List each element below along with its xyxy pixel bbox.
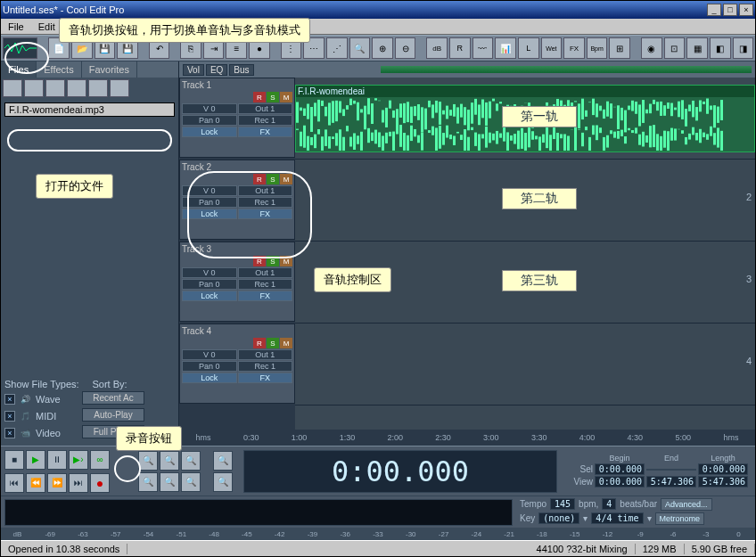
fx3-button[interactable]: ⋰	[326, 37, 348, 59]
m-button[interactable]: M	[280, 92, 292, 102]
waveform-toggle-button[interactable]	[3, 37, 37, 59]
zoom-sel[interactable]: 🔍	[138, 472, 158, 492]
chk-wave[interactable]: ×	[4, 394, 15, 405]
sel-end[interactable]	[646, 469, 696, 471]
minimize-button[interactable]: _	[707, 4, 721, 16]
r-button[interactable]: R	[253, 92, 266, 102]
lock-cell[interactable]: Lock	[182, 209, 237, 219]
vol-button[interactable]: 📊	[495, 37, 516, 59]
end-button[interactable]: ⏭	[69, 473, 88, 493]
out-cell[interactable]: Out 1	[238, 103, 293, 114]
autoplay-button[interactable]: Auto-Play	[82, 408, 144, 422]
opt3-button[interactable]: ▦	[686, 37, 708, 59]
rec-cell[interactable]: Rec 1	[238, 115, 293, 126]
vol-tab[interactable]: Vol	[183, 64, 204, 76]
fx-cell[interactable]: FX	[238, 373, 293, 383]
fx-cell[interactable]: FX	[238, 291, 293, 301]
lock-cell[interactable]: Lock	[182, 291, 237, 301]
view-end[interactable]: 5:47.306	[646, 476, 696, 487]
grid-button[interactable]: ⊞	[609, 37, 630, 59]
play-button[interactable]: ▶	[26, 450, 45, 470]
track-lane-1[interactable]: 1F.I.R-womendeai第一轨	[295, 78, 755, 160]
vol-cell[interactable]: V 0	[182, 185, 237, 196]
loop-button[interactable]: ∞	[90, 450, 110, 470]
chk-midi[interactable]: ×	[4, 411, 15, 422]
tab-effects[interactable]: Effects	[37, 61, 81, 78]
bus-tab[interactable]: Bus	[229, 64, 253, 76]
tab-favorites[interactable]: Favorites	[82, 61, 137, 78]
file-open-button[interactable]	[3, 79, 22, 97]
play-sel-button[interactable]: ▶›	[69, 450, 88, 470]
pan-cell[interactable]: Pan 0	[182, 279, 237, 290]
titlebar[interactable]: Untitled.ses* - Cool Edit Pro _ □ ×	[1, 1, 755, 19]
opt5-button[interactable]: ◨	[733, 37, 754, 59]
file-list[interactable]: F.I.R-womendeai.mp3	[1, 99, 178, 375]
wet-button[interactable]: Wet	[541, 37, 563, 59]
file-insert-button[interactable]	[45, 79, 65, 97]
time-ruler[interactable]: hms0:301:001:302:002:303:003:304:004:305…	[179, 430, 755, 446]
lock-cell[interactable]: Lock	[182, 127, 237, 137]
rec-cell[interactable]: Rec 1	[238, 361, 293, 372]
eq-tab[interactable]: EQ	[206, 64, 227, 76]
fx-button[interactable]: FX	[563, 37, 585, 59]
file-opt2-button[interactable]	[110, 79, 129, 97]
zoom-fit[interactable]: 🔍	[181, 451, 201, 471]
r-button[interactable]: R	[253, 256, 266, 266]
opt1-button[interactable]: ◉	[641, 37, 662, 59]
file-opt1-button[interactable]	[88, 79, 108, 97]
file-edit-button[interactable]	[67, 79, 86, 97]
back-button[interactable]: ⏪	[26, 473, 45, 493]
record-button[interactable]: ●	[90, 473, 110, 493]
opt4-button[interactable]: ◧	[710, 37, 731, 59]
advanced-button[interactable]: Advanced...	[661, 498, 712, 511]
vol-cell[interactable]: V 0	[182, 103, 237, 114]
s-button[interactable]: S	[267, 256, 279, 266]
s-button[interactable]: S	[267, 92, 279, 102]
file-close-button[interactable]	[24, 79, 44, 97]
s-button[interactable]: S	[267, 338, 279, 348]
pause-button[interactable]: ⏸	[47, 450, 67, 470]
zoom-v-in[interactable]: 🔍	[213, 451, 233, 471]
menu-file[interactable]: File	[1, 21, 31, 32]
out-cell[interactable]: Out 1	[238, 267, 293, 278]
key-val[interactable]: (none)	[538, 512, 579, 524]
file-item[interactable]: F.I.R-womendeai.mp3	[4, 102, 175, 117]
pan-cell[interactable]: Pan 0	[182, 197, 237, 208]
beats-val[interactable]: 4	[602, 498, 616, 510]
zoom-out-h[interactable]: 🔍	[160, 451, 179, 471]
lock-cell[interactable]: Lock	[182, 373, 237, 383]
zoom-v-out[interactable]: 🔍	[213, 472, 233, 492]
r-button[interactable]: R	[253, 338, 266, 348]
out-cell[interactable]: Out 1	[238, 349, 293, 360]
view-begin[interactable]: 0:00.000	[595, 476, 645, 487]
sel-length[interactable]: 0:00.000	[698, 463, 748, 475]
view-length[interactable]: 5:47.306	[698, 476, 748, 487]
metronome-button[interactable]: Metronome	[655, 512, 705, 525]
zoom-button[interactable]: 🔍	[349, 37, 371, 59]
tool1-button[interactable]: ⊕	[372, 37, 393, 59]
fwd-button[interactable]: ⏩	[47, 473, 67, 493]
m-button[interactable]: M	[280, 256, 292, 266]
rec-cell[interactable]: Rec 1	[238, 279, 293, 290]
tool2-button[interactable]: ⊖	[395, 37, 416, 59]
chk-video[interactable]: ×	[4, 428, 15, 438]
m-button[interactable]: M	[280, 338, 292, 348]
tab-files[interactable]: Files	[1, 61, 37, 78]
stop-button[interactable]: ■	[4, 450, 24, 470]
rec-cell[interactable]: Rec 1	[238, 197, 293, 208]
r-button[interactable]: R	[253, 174, 266, 184]
zoom-in-h[interactable]: 🔍	[138, 451, 158, 471]
track-canvas[interactable]: 1F.I.R-womendeai第一轨2第二轨3第三轨4	[295, 78, 755, 430]
track-lane-4[interactable]: 4	[295, 324, 755, 405]
tempo-bpm[interactable]: 145	[550, 498, 575, 510]
sort-recent[interactable]: Recent Ac	[82, 391, 144, 405]
menu-edit[interactable]: Edit	[31, 21, 62, 32]
vol-cell[interactable]: V 0	[182, 349, 237, 360]
out-cell[interactable]: Out 1	[238, 185, 293, 196]
fx-cell[interactable]: FX	[238, 127, 293, 137]
r-button[interactable]: R	[449, 37, 471, 59]
m-button[interactable]: M	[280, 174, 292, 184]
rewind-button[interactable]: ⏮	[4, 473, 24, 493]
close-button[interactable]: ×	[739, 4, 753, 16]
s-button[interactable]: S	[267, 174, 279, 184]
